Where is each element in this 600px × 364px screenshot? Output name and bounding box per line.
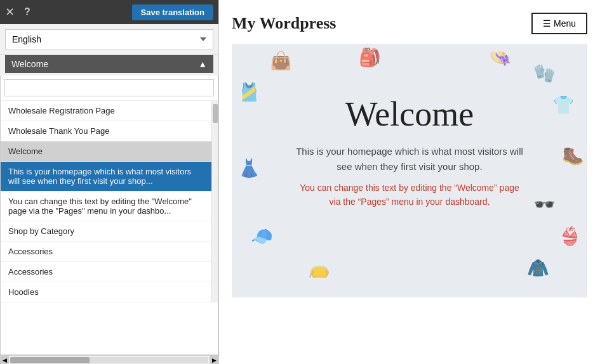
deco-8: 🧢 xyxy=(251,226,273,247)
scroll-thumb xyxy=(10,357,90,363)
search-input[interactable] xyxy=(4,79,214,96)
dropdown-item-6[interactable]: Accessories xyxy=(1,242,211,262)
wp-header: My Wordpress ☰ Menu xyxy=(232,13,587,34)
deco-4: 👕 xyxy=(552,94,575,115)
deco-10: 🧥 xyxy=(527,257,549,278)
wp-hero: 🎒 👒 🧤 👕 👜 🎽 👗 🧢 👝 🧥 👙 🥾 🕶️ Welcome This … xyxy=(232,44,587,297)
scroll-arrow-right[interactable]: ▶ xyxy=(210,356,218,365)
close-button[interactable]: ✕ xyxy=(5,6,15,18)
deco-2: 👒 xyxy=(489,47,511,68)
language-select-wrapper: English French German Spanish xyxy=(0,24,218,55)
help-button[interactable]: ? xyxy=(21,6,34,18)
page-select-label: Welcome xyxy=(11,59,48,69)
deco-3: 🧤 xyxy=(533,63,556,84)
scroll-arrow-left[interactable]: ◀ xyxy=(0,356,9,365)
hero-title: Welcome xyxy=(345,94,474,134)
page-select-wrapper: Welcome ▲ xyxy=(0,55,218,75)
deco-9: 👝 xyxy=(308,257,330,278)
deco-6: 🎽 xyxy=(238,82,260,103)
hero-edit-text: You can change this text by editing the … xyxy=(295,181,524,209)
dropdown-area: Wholesale Registration PageWholesale Tha… xyxy=(0,75,218,355)
hero-description: This is your homepage which is what most… xyxy=(289,144,530,174)
dropdown-item-1[interactable]: Wholesale Thank You Page xyxy=(1,121,211,141)
scroll-track xyxy=(10,357,208,363)
dropdown-item-8[interactable]: Hoodies xyxy=(1,282,211,302)
save-translation-button[interactable]: Save translation xyxy=(132,4,213,20)
dropdown-item-3[interactable]: This is your homepage which is what most… xyxy=(1,162,211,192)
chevron-up-icon: ▲ xyxy=(198,59,207,69)
dropdown-item-5[interactable]: Shop by Category xyxy=(1,221,211,242)
deco-1: 🎒 xyxy=(359,47,381,68)
deco-12: 🥾 xyxy=(562,145,584,166)
site-title: My Wordpress xyxy=(232,14,336,33)
left-panel: ✕ ? Save translation English French Germ… xyxy=(0,0,219,364)
language-select[interactable]: English French German Spanish xyxy=(5,29,213,49)
dropdown-item-7[interactable]: Accessories xyxy=(1,262,211,282)
dropdown-item-4[interactable]: You can change this text by editing the … xyxy=(1,192,211,221)
horizontal-scrollbar[interactable]: ◀ ▶ xyxy=(0,355,218,364)
dropdown-item-2[interactable]: Welcome xyxy=(1,141,211,162)
page-select-bar[interactable]: Welcome ▲ xyxy=(5,55,213,73)
deco-glasses: 🕶️ xyxy=(533,194,556,215)
deco-5: 👜 xyxy=(270,50,292,71)
dropdown-list: Wholesale Registration PageWholesale Tha… xyxy=(1,101,211,302)
right-panel: My Wordpress ☰ Menu 🎒 👒 🧤 👕 👜 🎽 👗 🧢 👝 🧥 … xyxy=(219,0,600,364)
menu-button[interactable]: ☰ Menu xyxy=(531,13,587,34)
scrollbar-thumb xyxy=(213,104,218,123)
toolbar: ✕ ? Save translation xyxy=(0,0,218,24)
deco-11: 👙 xyxy=(559,226,581,247)
deco-7: 👗 xyxy=(238,158,260,179)
vertical-scrollbar[interactable] xyxy=(211,101,218,302)
dropdown-item-0[interactable]: Wholesale Registration Page xyxy=(1,101,211,121)
search-input-wrapper xyxy=(1,75,218,101)
